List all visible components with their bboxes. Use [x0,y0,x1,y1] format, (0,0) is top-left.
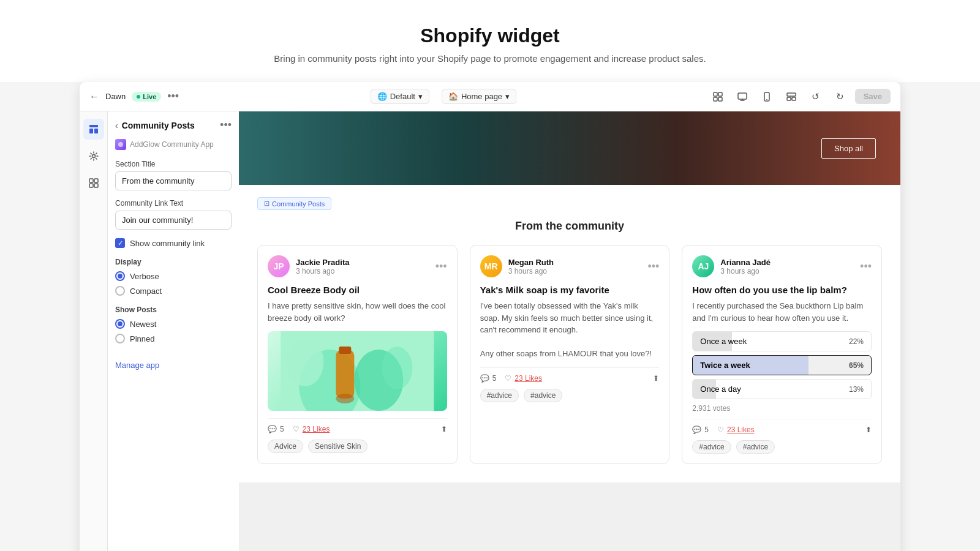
share-icon-3: ⬆ [865,425,872,434]
desktop-icon[interactable] [733,87,752,107]
poll-option-3[interactable]: Once a day 13% [692,379,872,399]
card-dots-2[interactable]: ••• [647,260,659,273]
svg-rect-11 [792,97,796,100]
tag-advice-3a[interactable]: #advice [692,440,731,454]
community-posts-tag: ⊡ Community Posts [257,197,331,210]
poll-label-1: Once a week [700,337,747,346]
app-icon [115,139,126,150]
user-name-3: Arianna Jadé [720,258,771,267]
apps-icon[interactable] [83,173,104,193]
user-time-2: 3 hours ago [508,267,554,276]
heart-icon-3: ♡ [717,425,724,434]
page-title: Shopify widget [12,24,968,47]
back-icon[interactable]: ← [89,91,99,102]
sidebar-back-btn[interactable]: ‹ Community Posts [115,121,195,130]
sidebar-title: Community Posts [122,121,195,130]
tag-advice-3b[interactable]: #advice [736,440,775,454]
layout-icon[interactable] [782,87,801,107]
like-count-2: 23 Likes [514,374,542,383]
like-action-1[interactable]: ♡ 23 Likes [293,425,330,433]
heart-icon-1: ♡ [293,425,300,433]
save-button[interactable]: Save [855,89,891,104]
verbose-radio-row[interactable]: Verbose [115,271,232,281]
show-community-link-checkbox[interactable]: ✓ [115,238,125,248]
pinned-radio[interactable] [115,334,125,343]
inspect-icon[interactable] [708,87,728,107]
card-dots-3[interactable]: ••• [860,260,872,273]
tag-advice-1[interactable]: Advice [268,440,303,453]
card-title-2: Yak's Milk soap is my favorite [480,285,660,295]
topbar-dots[interactable]: ••• [167,90,179,103]
compact-radio-row[interactable]: Compact [115,286,232,296]
default-selector[interactable]: 🌐 Default ▾ [371,89,429,104]
user-name-2: Megan Ruth [508,258,554,267]
settings-icon[interactable] [83,146,104,167]
compact-radio[interactable] [115,286,125,296]
svg-rect-0 [714,92,717,96]
tag-advice-2a[interactable]: #advice [480,389,519,402]
homepage-selector[interactable]: 🏠 Home page ▾ [442,89,516,104]
card-user-2: MR Megan Ruth 3 hours ago [480,255,554,277]
sidebar-more-icon[interactable]: ••• [220,119,232,132]
poll-pct-3: 13% [849,385,864,394]
poll-label-2: Twice a week [700,361,750,370]
shop-all-button[interactable]: Shop all [821,138,876,159]
show-community-link-checkbox-row[interactable]: ✓ Show community link [115,238,232,248]
newest-radio-row[interactable]: Newest [115,319,232,329]
newest-radio[interactable] [115,319,125,329]
cards-grid: JP Jackie Pradita 3 hours ago ••• Cool B… [257,245,882,464]
svg-rect-13 [89,129,93,133]
svg-point-20 [118,142,123,147]
tag-advice-2b[interactable]: #advice [524,389,562,402]
svg-rect-17 [94,179,98,182]
svg-point-15 [92,155,95,158]
comment-action-1[interactable]: 💬 5 [268,425,284,433]
manage-app-link[interactable]: Manage app [115,361,159,370]
redo-icon[interactable]: ↻ [831,87,850,107]
community-posts-section: ⊡ Community Posts From the community JP [239,185,900,482]
mobile-icon[interactable] [757,87,777,107]
display-section-label: Display [115,258,232,266]
pinned-radio-row[interactable]: Pinned [115,334,232,343]
section-title-input[interactable] [115,171,232,190]
user-info-3: Arianna Jadé 3 hours ago [720,258,771,276]
undo-icon[interactable]: ↺ [806,87,826,107]
svg-rect-12 [89,125,98,127]
tag-icon: ⊡ [264,200,270,208]
share-action-3[interactable]: ⬆ [865,425,872,434]
live-badge: Live [132,92,161,102]
main-layout: ‹ Community Posts ••• AddGlow Community … [80,111,900,551]
page-subtitle: Bring in community posts right into your… [12,53,968,64]
poll-option-2[interactable]: Twice a week 65% [692,355,872,375]
svg-rect-9 [787,93,796,96]
share-action-1[interactable]: ⬆ [441,425,447,433]
share-action-2[interactable]: ⬆ [653,374,659,383]
community-link-input[interactable] [115,211,232,230]
sidebar-wrapper: ‹ Community Posts ••• AddGlow Community … [80,111,239,551]
card-actions-2: 💬 5 ♡ 23 Likes ⬆ [480,367,660,383]
svg-point-27 [382,347,412,389]
card-image-1 [268,331,447,411]
home-icon: 🏠 [448,92,458,101]
tag-skin-1[interactable]: Sensitive Skin [308,440,368,453]
theme-name: Dawn [105,92,126,101]
verbose-radio[interactable] [115,271,125,281]
comment-action-2[interactable]: 💬 5 [480,374,497,383]
comment-action-3[interactable]: 💬 5 [692,425,709,434]
comment-count-3: 5 [704,425,709,434]
svg-rect-2 [714,97,717,101]
newest-radio-inner [118,321,123,326]
poll-option-1[interactable]: Once a week 22% [692,331,872,351]
comment-count-2: 5 [492,374,497,383]
globe-icon: 🌐 [377,92,387,101]
back-chevron-icon: ‹ [115,121,118,130]
sidebar-icon-rail [80,111,108,551]
like-action-3[interactable]: ♡ 23 Likes [717,425,755,434]
like-action-2[interactable]: ♡ 23 Likes [505,374,542,383]
sections-icon[interactable] [83,119,104,140]
show-posts-section-label: Show Posts [115,305,232,314]
heart-icon-2: ♡ [505,374,511,383]
community-label-bar: ⊡ Community Posts [257,197,882,210]
card-dots-1[interactable]: ••• [435,260,447,273]
chevron-down-icon-2: ▾ [505,92,510,101]
